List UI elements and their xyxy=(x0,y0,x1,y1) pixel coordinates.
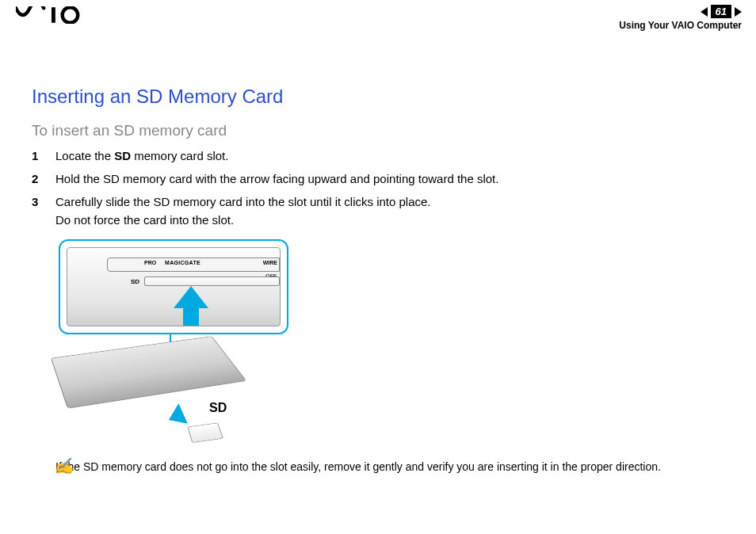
next-page-arrow-icon[interactable] xyxy=(735,7,742,17)
step-item: 1 Locate the SD memory card slot. xyxy=(32,147,724,164)
page-title: Inserting an SD Memory Card xyxy=(32,86,724,108)
note-icon: ✍ xyxy=(54,456,74,475)
step-number: 2 xyxy=(32,170,41,187)
insert-arrow-stem xyxy=(183,307,199,326)
vaio-logo xyxy=(16,6,86,28)
device-closeup: PRO MAGICGATE WIRE OFF SD xyxy=(67,247,281,326)
step-subtext: Do not force the card into the slot. xyxy=(55,212,724,228)
note-block: ✍ If the SD memory card does not go into… xyxy=(55,460,724,475)
upper-slot-strip: PRO MAGICGATE WIRE xyxy=(107,257,280,272)
steps-list: 1 Locate the SD memory card slot. 2 Hold… xyxy=(32,147,724,228)
step-number: 3 xyxy=(32,193,41,228)
page-header: 61 Using Your VAIO Computer xyxy=(0,0,756,32)
step-text: Locate the SD memory card slot. xyxy=(55,147,724,164)
svg-point-1 xyxy=(63,7,78,23)
laptop-perspective: SD xyxy=(51,358,257,445)
laptop-body xyxy=(51,336,246,409)
page-subtitle: To insert an SD memory card xyxy=(32,122,724,139)
pro-label: PRO xyxy=(144,260,156,265)
sd-slot-figure: PRO MAGICGATE WIRE OFF SD SD xyxy=(59,239,344,445)
vaio-logo-svg xyxy=(16,6,86,24)
step-item: 3 Carefully slide the SD memory card int… xyxy=(32,193,724,228)
sd-small-label: SD xyxy=(131,278,139,285)
magicgate-label: MAGICGATE xyxy=(165,260,200,265)
page-navigation: 61 Using Your VAIO Computer xyxy=(619,5,742,31)
step-number: 1 xyxy=(32,147,41,164)
step-item: 2 Hold the SD memory card with the arrow… xyxy=(32,170,724,187)
section-label: Using Your VAIO Computer xyxy=(619,20,742,31)
insert-arrow-icon xyxy=(174,286,208,308)
page-content: Inserting an SD Memory Card To insert an… xyxy=(32,86,724,475)
wire-label: WIRE xyxy=(263,260,277,265)
note-text: If the SD memory card does not go into t… xyxy=(55,460,724,475)
prev-page-arrow-icon[interactable] xyxy=(701,7,708,17)
callout-box: PRO MAGICGATE WIRE OFF SD xyxy=(59,239,288,334)
sd-slot xyxy=(144,277,280,286)
sd-label: SD xyxy=(209,401,227,415)
step-text: Carefully slide the SD memory card into … xyxy=(55,193,724,228)
svg-rect-0 xyxy=(52,7,55,23)
sd-card xyxy=(187,423,223,443)
insert-arrow2-icon xyxy=(168,406,184,428)
step-text: Hold the SD memory card with the arrow f… xyxy=(55,170,724,187)
page-number: 61 xyxy=(711,5,731,18)
